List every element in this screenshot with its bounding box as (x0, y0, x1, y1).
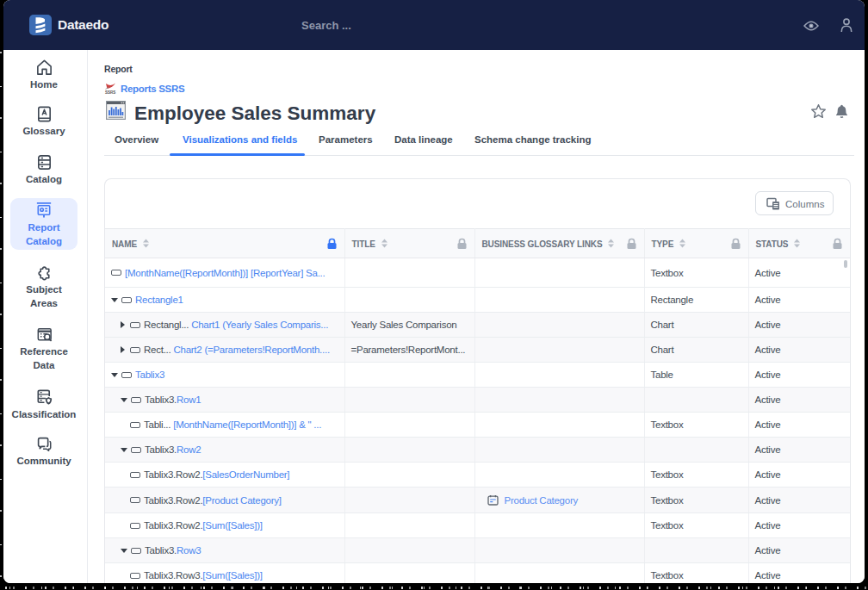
svg-text:SSRS: SSRS (105, 90, 115, 95)
